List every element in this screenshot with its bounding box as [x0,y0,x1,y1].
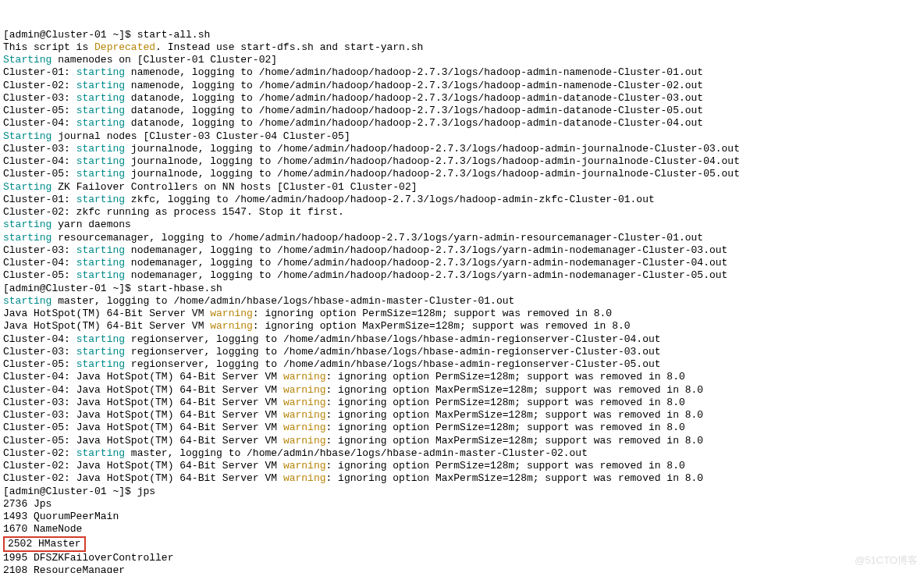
host-label: Cluster-04: [3,155,76,167]
starting-label: starting [76,168,125,180]
log-path: nodemanager, logging to /home/admin/hado… [125,244,727,256]
text: This script is [3,41,94,53]
starting-label: starting [76,346,125,358]
text: Java HotSpot(TM) 64-Bit Server VM [3,320,210,332]
log-path: journalnode, logging to /home/admin/hado… [125,168,740,180]
host-label: Cluster-02: [3,472,76,484]
host-label: Cluster-01: [3,194,76,205]
text: journal nodes [Cluster-03 Cluster-04 Clu… [52,130,350,142]
host-label: Cluster-05: [3,269,76,281]
log-path: nodemanager, logging to /home/admin/hado… [125,269,727,281]
log-path: datanode, logging to /home/admin/hadoop/… [125,105,703,116]
host-label: Cluster-03: [3,92,76,104]
warning-label: warning [283,409,326,421]
host-label: Cluster-05: [3,168,76,180]
text: : ignoring option PermSize=128m; support… [325,371,684,383]
text: : ignoring option PermSize=128m; support… [325,422,684,433]
host-label: Cluster-04: [3,384,76,396]
log-path: master, logging to /home/admin/hbase/log… [52,295,514,307]
text: : ignoring option MaxPermSize=128m; supp… [325,384,703,396]
text: Cluster-02: zkfc running as process 1547… [3,206,344,218]
host-label: Cluster-02: [3,80,76,91]
host-label: Cluster-03: [3,346,76,358]
starting-label: starting [76,244,125,256]
deprecated-label: Deprecated [94,41,155,53]
starting-label: Starting [3,54,52,66]
warning-label: warning [210,308,253,319]
warning-label: warning [283,422,326,433]
warning-label: warning [283,384,326,396]
starting-label: starting [76,117,125,129]
warning-label: warning [283,435,326,447]
watermark: @51CTO博客 [855,554,918,567]
jps-line: 1493 QuorumPeerMain [3,511,119,522]
starting-label: starting [76,194,125,205]
text: : ignoring option MaxPermSize=128m; supp… [253,320,631,332]
starting-label: starting [76,66,125,78]
log-path: regionserver, logging to /home/admin/hba… [125,333,661,345]
log-path: nodemanager, logging to /home/admin/hado… [125,257,727,269]
shell-prompt: [admin@Cluster-01 ~]$ [3,486,137,497]
text: namenodes on [Cluster-01 Cluster-02] [52,54,277,66]
starting-label: starting [76,80,125,91]
text: Java HotSpot(TM) 64-Bit Server VM [76,435,283,447]
host-label: Cluster-05: [3,422,76,433]
log-path: journalnode, logging to /home/admin/hado… [125,143,740,155]
host-label: Cluster-05: [3,105,76,116]
host-label: Cluster-04: [3,333,76,345]
text: : ignoring option PermSize=128m; support… [253,308,612,319]
host-label: Cluster-02: [3,460,76,472]
warning-label: warning [283,397,326,408]
jps-line: 2736 Jps [3,498,52,510]
starting-label: starting [3,219,52,230]
starting-label: starting [76,269,125,281]
host-label: Cluster-02: [3,447,76,459]
log-path: master, logging to /home/admin/hbase/log… [125,447,588,459]
host-label: Cluster-04: [3,117,76,129]
warning-label: warning [283,472,326,484]
host-label: Cluster-03: [3,143,76,155]
text: Java HotSpot(TM) 64-Bit Server VM [76,460,283,472]
jps-line: 2108 ResourceManager [3,564,125,573]
starting-label: starting [3,232,52,244]
text: yarn daemons [52,219,130,230]
warning-label: warning [283,371,326,383]
warning-label: warning [210,320,253,332]
text: Java HotSpot(TM) 64-Bit Server VM [76,371,283,383]
text: : ignoring option PermSize=128m; support… [325,460,684,472]
starting-label: starting [76,92,125,104]
text: : ignoring option MaxPermSize=128m; supp… [325,409,703,421]
text: Java HotSpot(TM) 64-Bit Server VM [76,472,283,484]
starting-label: starting [76,358,125,370]
command-input[interactable]: jps [137,486,155,497]
shell-prompt: [admin@Cluster-01 ~]$ [3,283,137,294]
text: : ignoring option PermSize=128m; support… [325,397,684,408]
shell-prompt: [admin@Cluster-01 ~]$ [3,29,137,41]
command-input[interactable]: start-hbase.sh [137,283,222,294]
starting-label: starting [76,143,125,155]
host-label: Cluster-03: [3,244,76,256]
log-path: resourcemanager, logging to /home/admin/… [52,232,703,244]
log-path: regionserver, logging to /home/admin/hba… [125,346,661,358]
host-label: Cluster-03: [3,397,76,408]
starting-label: starting [76,333,125,345]
log-path: namenode, logging to /home/admin/hadoop/… [125,80,703,91]
log-path: zkfc, logging to /home/admin/hadoop/hado… [125,194,655,205]
host-label: Cluster-04: [3,371,76,383]
hmaster-highlight: 2502 HMaster [3,536,86,552]
starting-label: starting [76,257,125,269]
starting-label: starting [76,447,125,459]
host-label: Cluster-04: [3,257,76,269]
log-path: datanode, logging to /home/admin/hadoop/… [125,117,703,129]
text: Java HotSpot(TM) 64-Bit Server VM [76,397,283,408]
log-path: datanode, logging to /home/admin/hadoop/… [125,92,703,104]
starting-label: starting [3,295,52,307]
terminal-output: [admin@Cluster-01 ~]$ start-all.sh This … [3,29,921,574]
warning-label: warning [283,460,326,472]
log-path: journalnode, logging to /home/admin/hado… [125,155,740,167]
text: Java HotSpot(TM) 64-Bit Server VM [3,308,210,319]
host-label: Cluster-05: [3,435,76,447]
text: Java HotSpot(TM) 64-Bit Server VM [76,422,283,433]
starting-label: Starting [3,181,52,193]
command-input[interactable]: start-all.sh [137,29,211,41]
